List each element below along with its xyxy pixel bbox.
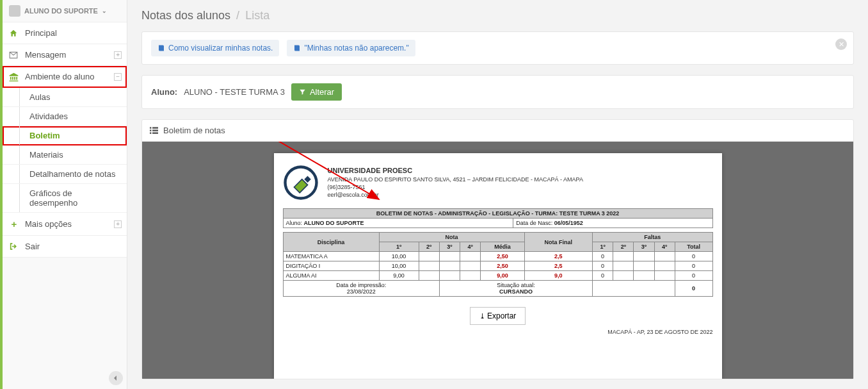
help-link-nao-aparecem[interactable]: "Minhas notas não aparecem.": [287, 40, 415, 56]
boletim-card: Boletim de notas UNIVERSIDADE PROESC AVE…: [141, 119, 854, 379]
aluno-label: Aluno:: [286, 220, 303, 226]
table-footer: Data de impressão:23/08/2022 Situação at…: [283, 281, 712, 297]
help-link-visualizar[interactable]: Como visualizar minhas notas.: [151, 40, 279, 56]
cell: [460, 261, 481, 271]
svg-rect-4: [150, 132, 151, 133]
student-label: Aluno:: [151, 87, 177, 97]
cell: [654, 271, 675, 281]
help-links-bar: Como visualizar minhas notas. "Minhas no…: [141, 31, 854, 65]
plus-icon: +: [9, 219, 19, 229]
alterar-label: Alterar: [310, 87, 334, 97]
cell: [634, 271, 654, 281]
col-p1: 1º: [379, 242, 419, 252]
table-row: ALGUMA AI 9,00 9,009,0 00: [283, 271, 712, 281]
sidebar-sub-detalhamento[interactable]: Detalhamento de notas: [3, 165, 127, 184]
svg-rect-3: [152, 129, 158, 131]
col-media: Média: [481, 242, 524, 252]
cell: 10,00: [379, 252, 419, 261]
sidebar-sub-materiais[interactable]: Materiais: [3, 145, 127, 165]
cell: 0: [675, 261, 712, 271]
col-f4: 4º: [654, 242, 675, 252]
close-icon[interactable]: ✕: [835, 38, 847, 50]
cell: [460, 271, 481, 281]
book-icon: [157, 44, 165, 52]
cell: [613, 252, 634, 261]
avatar-icon: [9, 5, 20, 17]
alterar-button[interactable]: Alterar: [291, 83, 342, 101]
cell-disc: DIGITAÇÃO I: [283, 261, 379, 271]
sidebar-item-mensagem[interactable]: Mensagem +: [3, 44, 127, 66]
sidebar-label: Ambiente do aluno: [25, 72, 94, 81]
cell: 10,00: [379, 261, 419, 271]
sidebar-item-sair[interactable]: Sair: [3, 236, 127, 258]
svg-rect-5: [152, 132, 158, 133]
sidebar-item-principal[interactable]: Principal: [3, 22, 127, 44]
cell-media: 9,00: [481, 271, 524, 281]
sidebar-sub-atividades[interactable]: Atividades: [3, 107, 127, 126]
export-button[interactable]: ⤓ Exportar: [470, 307, 526, 325]
col-disciplina: Disciplina: [283, 233, 379, 252]
col-f1: 1º: [593, 242, 613, 252]
svg-rect-1: [152, 127, 158, 128]
school-name: UNIVERSIDADE PROESC: [328, 167, 413, 174]
cell: [654, 252, 675, 261]
total-faltas: 0: [692, 285, 695, 292]
col-f2: 2º: [613, 242, 634, 252]
report-title: BOLETIM DE NOTAS - ADMINISTRAÇÃO - LEGIS…: [283, 209, 712, 219]
chevron-down-icon: ⌄: [102, 8, 107, 14]
student-bar: Aluno: ALUNO - TESTE TURMA 3 Alterar: [141, 75, 854, 109]
expand-icon: +: [114, 51, 122, 59]
card-header: Boletim de notas: [142, 120, 853, 142]
sidebar-sub-aulas[interactable]: Aulas: [3, 88, 127, 107]
school-logo-icon: [283, 165, 319, 201]
cell: 0: [593, 252, 613, 261]
breadcrumb-sep: /: [236, 9, 239, 22]
book-icon: [293, 44, 301, 52]
aluno-name: ALUNO DO SUPORTE: [304, 220, 364, 226]
col-p2: 2º: [419, 242, 439, 252]
sidebar-label: Sair: [25, 242, 40, 251]
cell: [460, 252, 481, 261]
sit-label: Situação atual:: [497, 282, 535, 288]
cell: 0: [675, 252, 712, 261]
cell: 0: [593, 261, 613, 271]
table-row: DIGITAÇÃO I 10,00 2,502,5 00: [283, 261, 712, 271]
cell-final: 2,5: [524, 261, 592, 271]
card-body: UNIVERSIDADE PROESC AVENIDA PAULO DO ESP…: [142, 142, 853, 379]
col-p4: 4º: [460, 242, 481, 252]
cell: [439, 271, 460, 281]
user-name: ALUNO DO SUPORTE: [24, 7, 98, 15]
export-icon: ⤓: [479, 312, 485, 320]
print-label: Data de impressão:: [336, 282, 386, 288]
cell: [634, 252, 654, 261]
breadcrumb: Notas dos alunos / Lista: [141, 9, 854, 22]
logout-icon: [9, 242, 19, 251]
home-icon: [9, 29, 19, 38]
col-f3: 3º: [634, 242, 654, 252]
sit-val: CURSANDO: [499, 288, 533, 295]
sidebar: ALUNO DO SUPORTE ⌄ Principal Mensagem + …: [0, 0, 127, 389]
sidebar-item-ambiente[interactable]: Ambiente do aluno −: [3, 66, 127, 88]
school-phone: (96)3285-7561: [328, 184, 366, 190]
svg-rect-0: [150, 127, 151, 128]
col-p3: 3º: [439, 242, 460, 252]
user-menu[interactable]: ALUNO DO SUPORTE ⌄: [3, 0, 127, 22]
cell: [654, 261, 675, 271]
grades-table: Disciplina Nota Nota Final Faltas 1º 2º …: [283, 232, 713, 297]
sidebar-item-mais[interactable]: + Mais opções +: [3, 213, 127, 236]
report-header: UNIVERSIDADE PROESC AVENIDA PAULO DO ESP…: [283, 165, 713, 201]
collapse-sidebar-icon[interactable]: [109, 371, 123, 385]
sidebar-sub-graficos[interactable]: Gráficos de desempenho: [3, 184, 127, 213]
help-link-label: Como visualizar minhas notas.: [168, 44, 273, 53]
sidebar-sub-boletim[interactable]: Boletim: [3, 126, 127, 145]
cell-media: 2,50: [481, 252, 524, 261]
collapse-icon: −: [114, 73, 122, 81]
col-nota: Nota: [379, 233, 524, 242]
col-total: Total: [675, 242, 712, 252]
report-footer: MACAPÁ - AP, 23 DE AGOSTO DE 2022: [283, 329, 713, 335]
bank-icon: [9, 72, 19, 81]
cell: 9,00: [379, 271, 419, 281]
cell: [419, 271, 439, 281]
sidebar-label: Mais opções: [25, 219, 72, 229]
cell-final: 2,5: [524, 252, 592, 261]
